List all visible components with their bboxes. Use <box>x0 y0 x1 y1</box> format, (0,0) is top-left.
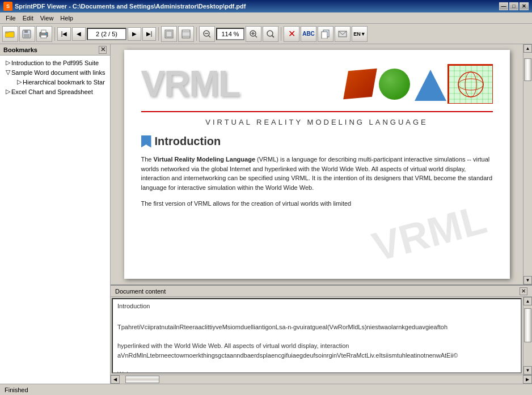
fit-page-button[interactable] <box>161 26 177 42</box>
doc-line-2: TpahretiVciipratnutailnRteeraaclittiyveM… <box>117 322 516 332</box>
pyramid-shape <box>415 67 443 101</box>
doc-h-scrollbar[interactable]: ◀ ▶ <box>111 375 532 384</box>
vrml-header: VRML <box>141 61 493 112</box>
section-title-text: Introduction <box>155 135 221 148</box>
fit-width-button[interactable] <box>178 26 194 42</box>
zoom-in-button[interactable] <box>246 26 261 42</box>
svg-line-20 <box>272 35 275 37</box>
bookmark-icon <box>141 135 151 148</box>
scroll-track[interactable] <box>523 53 532 276</box>
print-button[interactable] <box>36 26 52 42</box>
toolbar: |◀ ◀ ▶ ▶| ✕ ABC EN▼ <box>0 24 532 44</box>
svg-line-13 <box>209 35 211 37</box>
bookmark-item-3[interactable]: ▷ Excel Chart and Spreadsheet <box>1 87 109 96</box>
open-button[interactable] <box>2 26 18 42</box>
pdf-paragraph-1: The Virtual Reality Modeling Language (V… <box>141 155 493 192</box>
title-bar-content: S SprintPDF Viewer - C:\Documents and Se… <box>3 2 246 11</box>
bookmark-expand-0: ▷ <box>6 59 10 66</box>
doc-line-6 <box>117 360 516 369</box>
doc-line-5: aVnRdMlnLtebrneectowmoerkthingsgctaanndb… <box>117 351 516 360</box>
next-page-button[interactable]: ▶ <box>128 27 141 41</box>
minimize-button[interactable]: — <box>499 2 508 10</box>
h-scroll-right[interactable]: ▶ <box>523 375 532 384</box>
text-select-button[interactable]: ABC <box>301 26 316 42</box>
h-scroll-thumb[interactable] <box>125 376 159 383</box>
scroll-down-button[interactable]: ▼ <box>523 276 532 284</box>
maximize-button[interactable]: □ <box>509 2 518 10</box>
doc-scroll-thumb[interactable] <box>524 308 531 342</box>
svg-rect-6 <box>41 35 47 38</box>
bookmark-label-2: Hierarchical bookmark to Star <box>23 79 105 86</box>
status-text: Finished <box>5 386 28 393</box>
svg-line-16 <box>255 35 257 37</box>
menu-view[interactable]: View <box>37 14 57 23</box>
bookmarks-title: Bookmarks <box>3 46 37 53</box>
toolbar-separator-2 <box>158 27 159 41</box>
vertical-scrollbar[interactable]: ▲ ▼ <box>523 44 532 284</box>
bookmark-expand-3: ▷ <box>6 88 10 95</box>
status-bar: Finished <box>0 384 532 395</box>
doc-scroll-up[interactable]: ▲ <box>523 297 532 305</box>
doc-line-7: Web. <box>117 369 516 374</box>
bookmarks-header: Bookmarks ✕ <box>0 44 110 56</box>
first-page-button[interactable]: |◀ <box>57 27 71 41</box>
bookmark-item-0[interactable]: ▷ Introduction to the Pdf995 Suite <box>1 58 109 67</box>
doc-scroll-track[interactable] <box>523 305 532 366</box>
svg-rect-9 <box>166 31 172 37</box>
bookmark-expand-1: ▽ <box>6 69 10 76</box>
pdf-scroll-area[interactable]: VRML <box>111 44 523 284</box>
doc-content-v-scrollbar[interactable]: ▲ ▼ <box>523 297 532 375</box>
bookmark-label-1: Sample Word document with links <box>11 69 105 76</box>
last-page-button[interactable]: ▶| <box>142 27 156 41</box>
scroll-thumb[interactable] <box>524 58 531 81</box>
cube-shape <box>343 69 377 99</box>
doc-line-1 <box>117 313 516 323</box>
doc-content-area: Introduction TpahretiVciipratnutailnRtee… <box>111 297 532 375</box>
vrml-logo-text: VRML <box>141 66 239 102</box>
save-button[interactable] <box>19 26 35 42</box>
doc-line-4: hyperlinked with the World Wide Web. All… <box>117 341 516 351</box>
doc-content-panel: Document content ✕ Introduction Tpahreti… <box>111 284 532 384</box>
svg-rect-3 <box>24 34 29 37</box>
bookmark-item-2[interactable]: ▷ Hierarchical bookmark to Star <box>1 77 109 87</box>
menu-edit[interactable]: Edit <box>19 14 37 23</box>
copy-button[interactable] <box>318 26 333 42</box>
doc-content-title: Document content <box>115 288 166 295</box>
doc-content-close-button[interactable]: ✕ <box>520 287 527 295</box>
bookmarks-panel: Bookmarks ✕ ▷ Introduction to the Pdf995… <box>0 44 111 384</box>
zoom-input[interactable] <box>216 28 244 40</box>
svg-rect-5 <box>41 30 46 33</box>
menu-help[interactable]: Help <box>57 14 77 23</box>
sphere-shape <box>379 69 410 100</box>
scroll-up-button[interactable]: ▲ <box>523 44 532 53</box>
toolbar-separator-4 <box>281 27 281 41</box>
grid-shape <box>447 64 493 104</box>
bookmarks-list: ▷ Introduction to the Pdf995 Suite ▽ Sam… <box>0 56 110 384</box>
bookmark-expand-2: ▷ <box>17 78 22 86</box>
email-button[interactable] <box>335 26 351 42</box>
title-bar: S SprintPDF Viewer - C:\Documents and Se… <box>0 0 532 12</box>
bookmark-label-0: Introduction to the Pdf995 Suite <box>11 60 99 66</box>
language-button[interactable]: EN▼ <box>352 26 368 42</box>
stop-button[interactable]: ✕ <box>284 26 299 42</box>
menu-file[interactable]: File <box>2 14 19 23</box>
page-input[interactable] <box>87 28 126 40</box>
window-controls[interactable]: — □ ✕ <box>499 2 529 10</box>
h-scroll-track[interactable] <box>120 375 523 384</box>
zoom-out-button[interactable] <box>199 26 215 42</box>
search-button[interactable] <box>263 26 278 42</box>
svg-point-7 <box>45 33 47 35</box>
close-window-button[interactable]: ✕ <box>520 2 529 10</box>
prev-page-button[interactable]: ◀ <box>72 27 86 41</box>
vrml-shapes <box>239 61 493 107</box>
pdf-view-area: VRML <box>111 44 532 284</box>
doc-content-header: Document content ✕ <box>111 286 532 297</box>
bookmark-label-3: Excel Chart and Spreadsheet <box>11 88 93 95</box>
h-scroll-left[interactable]: ◀ <box>111 375 120 384</box>
doc-scroll-down[interactable]: ▼ <box>523 366 532 375</box>
app-icon: S <box>3 2 12 11</box>
bookmark-item-1[interactable]: ▽ Sample Word document with links <box>1 67 109 77</box>
bookmarks-close-button[interactable]: ✕ <box>99 46 107 54</box>
toolbar-separator-1 <box>54 27 55 41</box>
doc-line-0: Introduction <box>117 301 516 311</box>
